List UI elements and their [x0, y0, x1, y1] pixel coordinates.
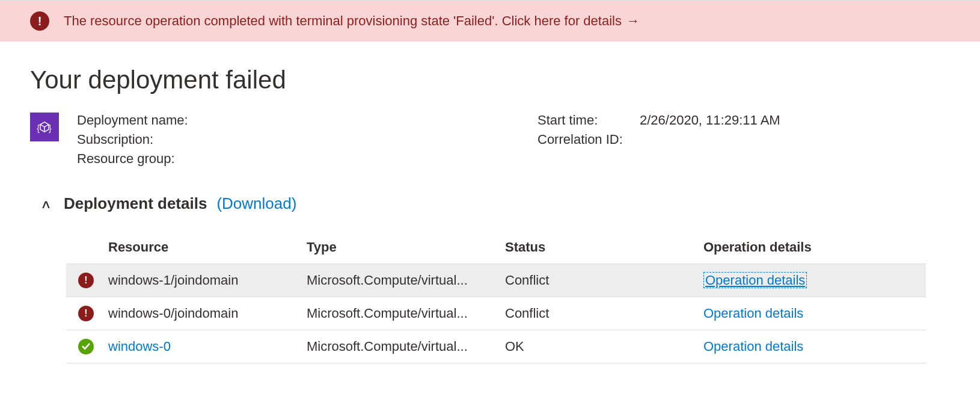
error-banner[interactable]: ! The resource operation completed with …: [0, 0, 980, 42]
page-title: Your deployment failed: [30, 66, 950, 94]
start-time-value: 2/26/2020, 11:29:11 AM: [640, 113, 780, 128]
svg-text:{: {: [37, 123, 40, 133]
subscription-label: Subscription:: [77, 132, 215, 147]
error-icon: !: [30, 11, 49, 31]
status-cell: Conflict: [505, 273, 703, 288]
col-operation: Operation details: [703, 239, 926, 255]
deployment-icon: { }: [30, 113, 59, 141]
error-banner-text: The resource operation completed with te…: [64, 13, 640, 29]
status-cell: Conflict: [505, 306, 703, 321]
status-error-icon: !: [78, 306, 94, 321]
arrow-right-icon: →: [626, 13, 640, 29]
table-row[interactable]: !windows-1/joindomainMicrosoft.Compute/v…: [66, 264, 926, 297]
deployment-name-label: Deployment name:: [77, 113, 215, 128]
type-cell: Microsoft.Compute/virtual...: [307, 339, 505, 354]
resource-cell: windows-0/joindomain: [108, 306, 307, 321]
operation-details-link[interactable]: Operation details: [703, 306, 803, 321]
download-link[interactable]: (Download): [216, 194, 296, 213]
col-resource: Resource: [108, 239, 307, 255]
operation-details-link[interactable]: Operation details: [703, 339, 803, 354]
start-time-label: Start time:: [537, 113, 640, 128]
table-row[interactable]: !windows-0/joindomainMicrosoft.Compute/v…: [66, 297, 926, 330]
correlation-id-label: Correlation ID:: [537, 132, 640, 147]
chevron-up-icon[interactable]: ∧: [40, 197, 56, 211]
status-cell: OK: [505, 339, 703, 354]
resource-group-label: Resource group:: [77, 151, 215, 167]
col-type: Type: [307, 239, 505, 255]
resource-link[interactable]: windows-0: [108, 339, 171, 354]
type-cell: Microsoft.Compute/virtual...: [307, 273, 505, 288]
table-row[interactable]: windows-0Microsoft.Compute/virtual...OKO…: [66, 330, 926, 363]
svg-text:}: }: [49, 123, 52, 133]
operation-details-link[interactable]: Operation details: [703, 272, 807, 288]
status-ok-icon: [78, 339, 94, 354]
deployment-details-title: Deployment details: [64, 194, 207, 213]
deployment-details-table: Resource Type Status Operation details !…: [66, 231, 926, 363]
col-status: Status: [505, 239, 703, 255]
type-cell: Microsoft.Compute/virtual...: [307, 306, 505, 321]
table-header: Resource Type Status Operation details: [66, 231, 926, 264]
resource-cell: windows-1/joindomain: [108, 273, 307, 288]
status-error-icon: !: [78, 273, 94, 288]
resource-cell[interactable]: windows-0: [108, 339, 307, 354]
deployment-summary: { } Deployment name: Subscription: Resou…: [30, 113, 950, 170]
